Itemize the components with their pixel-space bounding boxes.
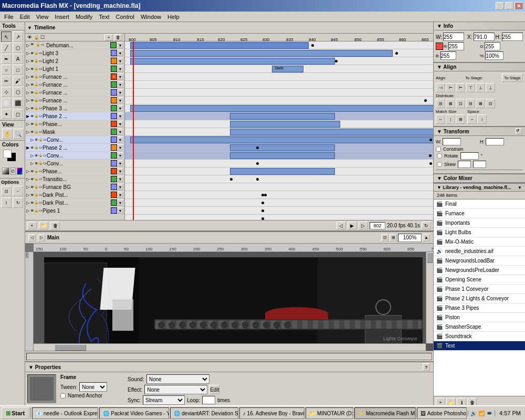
taskbar-item-flash[interactable]: ⚡ Macromedia Flash M... bbox=[354, 407, 416, 419]
play-btn[interactable]: ▶ bbox=[348, 222, 357, 229]
maximize-button[interactable]: □ bbox=[505, 2, 513, 9]
frame-block-11[interactable] bbox=[230, 129, 433, 135]
taskbar-item-packrat[interactable]: 🌐 Packrat Video Games - Y... bbox=[99, 407, 169, 419]
stage-hscroll[interactable] bbox=[26, 353, 432, 360]
taskbar-item-minotaur[interactable]: 📁 MINOTAUR (D:) bbox=[306, 407, 353, 419]
arrow-tool[interactable]: ↖ bbox=[1, 32, 12, 42]
dist-left-btn[interactable]: ⊟ bbox=[436, 99, 445, 108]
frame-block-1[interactable] bbox=[130, 50, 393, 57]
x-input[interactable] bbox=[474, 33, 495, 41]
library-item-piston[interactable]: 🎬 Piston bbox=[434, 313, 525, 322]
menu-window[interactable]: Window bbox=[138, 13, 164, 21]
library-item-final[interactable]: 🎬 Final bbox=[434, 200, 525, 209]
menu-edit[interactable]: Edit bbox=[17, 13, 33, 21]
delete-layer-bottom-btn[interactable]: 🗑 bbox=[50, 222, 60, 229]
zoom-input[interactable] bbox=[398, 234, 422, 242]
lock-icon[interactable]: 🔒 bbox=[34, 51, 39, 55]
properties-help-btn[interactable]: ? bbox=[423, 363, 430, 371]
library-item-needle[interactable]: 🔊 needle_industries.aif bbox=[434, 247, 525, 256]
frame-block-9[interactable] bbox=[230, 113, 335, 120]
stage-fwd-btn[interactable]: ▷ bbox=[38, 234, 45, 242]
match-height-btn[interactable]: ↕ bbox=[446, 114, 455, 124]
add-layer-btn[interactable]: + bbox=[104, 34, 113, 41]
minimize-button[interactable]: _ bbox=[496, 2, 504, 9]
paint-tool[interactable]: ⬛ bbox=[13, 98, 23, 108]
pencil-tool[interactable]: ✏ bbox=[1, 76, 12, 86]
constrain-check[interactable] bbox=[436, 146, 441, 152]
tween-select[interactable]: None Motion Shape bbox=[79, 382, 107, 392]
delete-layer-btn[interactable]: 🗑 bbox=[114, 34, 122, 41]
space-v-btn[interactable]: ↕ bbox=[477, 114, 487, 124]
menu-text[interactable]: Text bbox=[96, 13, 112, 21]
no-color-icon[interactable]: ∅ bbox=[10, 167, 16, 175]
frame-block-14[interactable] bbox=[230, 152, 335, 159]
sync-select[interactable]: Stream Event Start Stop bbox=[143, 395, 185, 405]
transform-reset-btn[interactable]: ↺ bbox=[516, 128, 522, 134]
library-item-lightbulbs[interactable]: 🎬 Light Bulbs bbox=[434, 228, 525, 237]
playhead[interactable] bbox=[133, 41, 134, 220]
menu-modify[interactable]: Modify bbox=[72, 13, 96, 21]
library-item-mixomatic[interactable]: 🎬 Mix-O-Matic bbox=[434, 237, 525, 247]
frame-block-10[interactable] bbox=[230, 121, 340, 128]
start-button[interactable]: ⊞ Start bbox=[1, 407, 29, 419]
library-item-phase1conv[interactable]: 🎬 Phase 1 Conveyor bbox=[434, 285, 525, 294]
next-frame-btn[interactable]: ▷ bbox=[359, 222, 368, 229]
frame-block-8[interactable] bbox=[130, 105, 433, 112]
brush-tool[interactable]: 🖌 bbox=[13, 76, 23, 86]
freexform-tool[interactable]: ⊹ bbox=[1, 87, 12, 97]
tw-input[interactable] bbox=[443, 138, 461, 145]
smooth-btn[interactable]: ~ bbox=[13, 186, 23, 196]
fill-tool[interactable]: ⬡ bbox=[13, 87, 23, 97]
dist-center-h-btn[interactable]: ⊠ bbox=[446, 99, 455, 108]
effect-select[interactable]: None bbox=[144, 385, 207, 394]
stage-back-btn[interactable]: ◁ bbox=[28, 234, 36, 242]
pen-tool[interactable]: ✒ bbox=[1, 54, 12, 64]
g-input[interactable] bbox=[485, 42, 500, 50]
skew-v-input[interactable] bbox=[473, 161, 486, 168]
scrollbar-thumb-h[interactable] bbox=[55, 344, 86, 351]
close-button[interactable]: ✕ bbox=[514, 2, 523, 9]
b-input[interactable] bbox=[440, 51, 456, 60]
rotate-radio[interactable] bbox=[437, 153, 442, 159]
stage-scrollbar-right[interactable] bbox=[426, 252, 433, 343]
library-item-phase3pipes[interactable]: 🎬 Phase 3 Pipes bbox=[434, 303, 525, 313]
dist-right-btn[interactable]: ⊡ bbox=[456, 99, 465, 108]
stage-grid-btn[interactable]: ⊞ bbox=[390, 234, 397, 242]
sound-select[interactable]: None bbox=[146, 374, 209, 384]
match-both-btn[interactable]: ⊞ bbox=[456, 114, 465, 124]
align-left-btn[interactable]: ⊣ bbox=[436, 83, 445, 92]
pct-input[interactable] bbox=[485, 51, 503, 60]
subselect-tool[interactable]: ↗ bbox=[13, 32, 23, 42]
menu-file[interactable]: File bbox=[1, 13, 17, 21]
frame-block-2[interactable] bbox=[130, 58, 335, 65]
align-top-btn[interactable]: ⊤ bbox=[466, 83, 475, 92]
black-white-icon[interactable] bbox=[2, 167, 9, 175]
library-item-loadbar[interactable]: 🎬 NewgroundsLoadBar bbox=[434, 256, 525, 266]
taskbar-item-adhesive[interactable]: ♪ 16. Adhesive Boy - Bravi... bbox=[239, 407, 305, 419]
frame-block-12[interactable] bbox=[130, 136, 433, 143]
library-options-btn[interactable]: ▼ bbox=[518, 185, 522, 190]
layer-visibility-icon[interactable]: 👁 bbox=[30, 43, 36, 48]
scrollbar-thumb-v[interactable] bbox=[427, 253, 433, 263]
r-input[interactable] bbox=[448, 42, 464, 50]
h-input[interactable] bbox=[502, 33, 523, 41]
rotate-input[interactable] bbox=[460, 152, 479, 160]
add-layer-bottom-btn[interactable]: + bbox=[27, 222, 37, 229]
library-item-smasherscape[interactable]: 🎬 SmasherScape bbox=[434, 322, 525, 332]
stage-scrollbar-bottom[interactable] bbox=[34, 343, 426, 351]
eraser-tool[interactable]: ◻ bbox=[13, 109, 23, 119]
library-item-furnace[interactable]: 🎬 Furnace bbox=[434, 209, 525, 218]
dist-top-btn[interactable]: ⊟ bbox=[466, 99, 475, 108]
oval-tool[interactable]: ○ bbox=[1, 65, 12, 75]
loop-btn[interactable]: ↻ bbox=[422, 222, 431, 229]
library-item-text[interactable]: 🎬 Text bbox=[434, 341, 525, 351]
align-middle-v-btn[interactable]: ⊥ bbox=[476, 83, 485, 92]
straighten-btn[interactable]: ⌇ bbox=[1, 197, 12, 208]
eyedrop-tool[interactable]: ✦ bbox=[1, 109, 12, 119]
stage-scrollup-btn[interactable]: ▲ bbox=[423, 234, 430, 242]
taskbar-item-deviantart[interactable]: 🌐 deviantART: Deviation S... bbox=[170, 407, 238, 419]
swap-color-icon[interactable] bbox=[17, 167, 23, 175]
frame-block[interactable] bbox=[130, 42, 309, 49]
frame-block-16[interactable] bbox=[230, 168, 335, 175]
menu-help[interactable]: Help bbox=[164, 13, 183, 21]
